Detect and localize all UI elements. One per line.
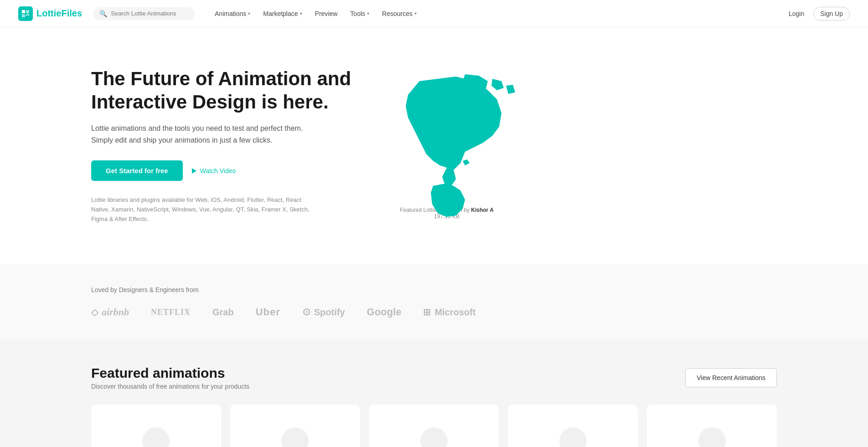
brand-logos: ◇ airbnb NETFLIX Grab Uber ⊙ Spotify Goo… <box>91 306 777 318</box>
hero-title: The Future of Animation and Interactive … <box>91 67 356 113</box>
nav-auth: Login Sign Up <box>783 7 850 21</box>
chevron-down-icon: ▾ <box>248 11 250 16</box>
card-placeholder-icon <box>277 423 313 447</box>
nav-link-marketplace[interactable]: Marketplace ▾ <box>258 7 307 20</box>
hero-section: The Future of Animation and Interactive … <box>0 27 868 264</box>
logo-icon <box>18 6 33 21</box>
search-icon: 🔍 <box>99 10 107 17</box>
featured-heading: Featured animations Discover thousands o… <box>91 365 249 390</box>
hero-cta: Get Started for free Watch Video <box>91 160 356 181</box>
animation-card[interactable] <box>230 405 360 447</box>
logo-spotify: ⊙ Spotify <box>302 306 345 318</box>
hero-animation-visual: ✊🏽 <box>383 72 511 200</box>
spotify-icon: ⊙ <box>302 306 310 318</box>
nav-link-animations[interactable]: Animations ▾ <box>209 7 256 20</box>
microsoft-icon: ⊞ <box>423 307 431 318</box>
featured-title: Featured animations <box>91 365 249 381</box>
logo-netflix: NETFLIX <box>151 308 191 317</box>
svg-point-8 <box>698 427 726 447</box>
nav-link-preview[interactable]: Preview <box>310 7 343 20</box>
search-input[interactable] <box>111 10 188 17</box>
card-placeholder-icon <box>138 423 174 447</box>
featured-subtitle: Discover thousands of free animations fo… <box>91 383 249 390</box>
view-recent-animations-button[interactable]: View Recent Animations <box>685 368 777 387</box>
search-bar[interactable]: 🔍 <box>93 7 195 20</box>
navbar: LottieFiles 🔍 Animations ▾ Marketplace ▾… <box>0 0 868 27</box>
hero-content: The Future of Animation and Interactive … <box>91 67 356 224</box>
logo-airbnb: ◇ airbnb <box>91 306 129 318</box>
svg-point-4 <box>142 427 170 447</box>
featured-header: Featured animations Discover thousands o… <box>91 365 777 390</box>
nav-links: Animations ▾ Marketplace ▾ Preview Tools… <box>209 7 783 20</box>
nav-link-resources[interactable]: Resources ▾ <box>377 7 422 20</box>
signup-button[interactable]: Sign Up <box>813 7 850 21</box>
animation-card[interactable] <box>369 405 499 447</box>
get-started-button[interactable]: Get Started for free <box>91 160 183 181</box>
animation-card[interactable] <box>91 405 221 447</box>
login-button[interactable]: Login <box>783 7 810 20</box>
card-placeholder-icon <box>555 423 591 447</box>
logo[interactable]: LottieFiles <box>18 6 82 21</box>
animation-card[interactable] <box>647 405 777 447</box>
card-placeholder-icon <box>416 423 452 447</box>
logo-uber: Uber <box>256 306 280 318</box>
chevron-down-icon: ▾ <box>300 11 302 16</box>
svg-point-5 <box>281 427 309 447</box>
nav-link-tools[interactable]: Tools ▾ <box>345 7 375 20</box>
airbnb-icon: ◇ <box>91 307 98 318</box>
chevron-down-icon: ▾ <box>367 11 369 16</box>
card-placeholder-icon <box>694 423 730 447</box>
chevron-down-icon: ▾ <box>414 11 417 16</box>
loved-by-title: Loved by Designers & Engineers from <box>91 286 777 293</box>
svg-rect-0 <box>22 10 25 13</box>
logo-microsoft: ⊞ Microsoft <box>423 307 475 318</box>
hero-subtitle: Lottie animations and the tools you need… <box>91 123 310 146</box>
hero-animation: ✊🏽 Featured Lottie Animation by Kishor A… <box>374 72 520 220</box>
hero-libraries-text: Lottie libraries and plugins available f… <box>91 195 310 224</box>
loved-by-section: Loved by Designers & Engineers from ◇ ai… <box>0 264 868 340</box>
svg-point-7 <box>559 427 587 447</box>
svg-rect-2 <box>22 14 25 17</box>
animation-card[interactable] <box>508 405 638 447</box>
logo-grab: Grab <box>212 307 234 318</box>
svg-point-6 <box>420 427 448 447</box>
logo-google: Google <box>367 306 402 318</box>
logo-text: LottieFiles <box>36 8 82 19</box>
featured-section: Featured animations Discover thousands o… <box>0 340 868 447</box>
watch-video-button[interactable]: Watch Video <box>192 167 236 175</box>
svg-rect-1 <box>26 10 29 13</box>
play-icon <box>192 168 196 174</box>
animation-cards-row <box>91 405 777 447</box>
